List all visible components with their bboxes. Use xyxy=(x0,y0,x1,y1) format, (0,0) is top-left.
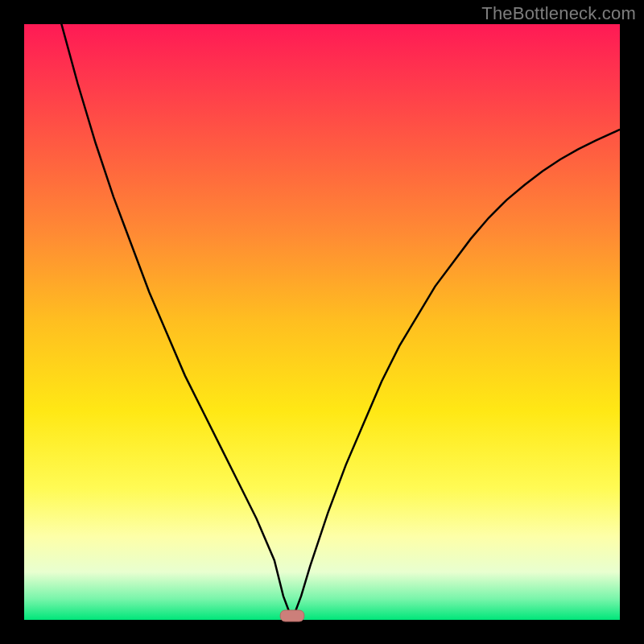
optimal-marker xyxy=(280,610,304,621)
watermark-text: TheBottleneck.com xyxy=(481,3,636,24)
chart-frame: TheBottleneck.com xyxy=(0,0,644,644)
bottleneck-plot xyxy=(0,0,644,644)
